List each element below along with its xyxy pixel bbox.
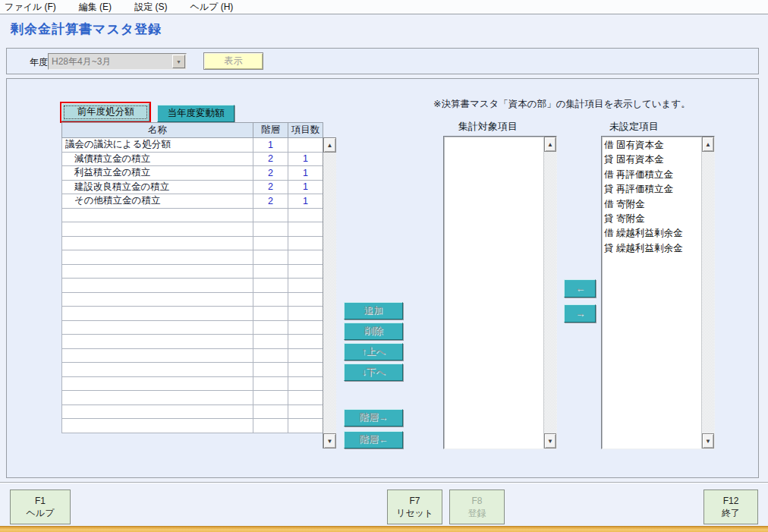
column-header-count: 項目数 [288, 123, 323, 138]
cell-name [62, 391, 253, 405]
table-row-empty[interactable] [62, 307, 323, 321]
cell-level [253, 222, 288, 237]
scroll-down-icon[interactable]: ▼ [544, 433, 556, 449]
cell-level [253, 363, 288, 377]
delete-button[interactable]: 削除 [344, 323, 403, 340]
f12-button[interactable]: F12終了 [703, 490, 758, 524]
unset-items-listbox[interactable]: 借 固有資本金貸 固有資本金借 再評価積立金貸 再評価積立金借 寄附金貸 寄附金… [601, 136, 715, 449]
table-row-empty[interactable] [62, 419, 323, 433]
cell-count [288, 419, 323, 433]
list-item[interactable]: 貸 固有資本金 [604, 153, 701, 167]
table-row-empty[interactable] [62, 292, 323, 307]
cell-count: 1 [288, 180, 323, 194]
table-row[interactable]: 議会の議決による処分額1 [62, 138, 323, 153]
target-items-listbox[interactable]: ▲ ▼ [443, 136, 557, 449]
menu-bar: ファイル (F)編集 (E)設定 (S)ヘルプ (H) [0, 0, 768, 14]
move-up-button[interactable]: ↑上へ [344, 343, 403, 360]
target-list-scrollbar[interactable]: ▲ ▼ [543, 137, 556, 449]
year-dropdown[interactable]: H28年4月~3月 ▼ [48, 53, 187, 70]
table-row-empty[interactable] [62, 405, 323, 419]
cell-count [288, 250, 323, 265]
add-button[interactable]: 追加 [344, 302, 403, 320]
cell-count: 1 [288, 166, 323, 181]
table-header-row: 名称 階層 項目数 [62, 123, 323, 138]
scroll-down-icon[interactable]: ▼ [323, 433, 336, 449]
list-item[interactable]: 借 寄附金 [604, 197, 701, 212]
cell-count [288, 391, 323, 405]
cell-level: 2 [253, 166, 288, 181]
list-item[interactable]: 借 固有資本金 [604, 138, 701, 153]
table-row-empty[interactable] [62, 236, 323, 250]
f1-button[interactable]: F1ヘルプ [10, 490, 71, 524]
cell-name [62, 292, 253, 307]
tab-current-year-change[interactable]: 当年度変動額 [157, 105, 234, 122]
unset-items-label: 未設定項目 [609, 120, 659, 134]
scroll-down-icon[interactable]: ▼ [702, 433, 714, 449]
cell-level: 2 [253, 194, 288, 209]
main-panel: 前年度処分額 当年度変動額 名称 階層 項目数 議会の議決による処分額1減債積立… [6, 78, 759, 478]
table-scrollbar[interactable]: ▲ ▼ [323, 137, 336, 449]
cell-name [62, 208, 253, 222]
cell-count: 1 [288, 152, 323, 166]
cell-name [62, 320, 253, 335]
chevron-down-icon[interactable]: ▼ [172, 55, 185, 68]
menu-item[interactable]: 編集 (E) [79, 1, 112, 14]
cell-level: 1 [253, 138, 288, 153]
menu-item[interactable]: ファイル (F) [5, 1, 56, 14]
cell-count [288, 405, 323, 419]
table-row-empty[interactable] [62, 222, 323, 237]
cell-level [253, 264, 288, 279]
cell-count [288, 236, 323, 250]
level-left-button[interactable]: 階層← [344, 431, 403, 449]
selected-tab-highlight: 前年度処分額 [60, 102, 151, 123]
move-item-left-button[interactable]: ← [564, 279, 596, 297]
cell-count [288, 320, 323, 335]
table-row-empty[interactable] [62, 348, 323, 363]
cell-name [62, 405, 253, 419]
cell-level [253, 279, 288, 293]
list-item[interactable]: 借 繰越利益剰余金 [604, 226, 701, 241]
cell-count [288, 335, 323, 349]
cell-count [288, 208, 323, 222]
table-row-empty[interactable] [62, 363, 323, 377]
table-row[interactable]: 利益積立金の積立21 [62, 166, 323, 181]
cell-name [62, 264, 253, 279]
unset-list-scrollbar[interactable]: ▲ ▼ [701, 137, 714, 449]
table-row-empty[interactable] [62, 250, 323, 265]
menu-item[interactable]: 設定 (S) [134, 1, 167, 14]
table-row-empty[interactable] [62, 320, 323, 335]
column-header-name: 名称 [62, 123, 253, 138]
cell-name: 利益積立金の積立 [62, 166, 253, 181]
table-row-empty[interactable] [62, 208, 323, 222]
cell-name: 議会の議決による処分額 [62, 138, 253, 153]
scroll-up-icon[interactable]: ▲ [702, 137, 714, 152]
cell-count [288, 348, 323, 363]
table-row-empty[interactable] [62, 376, 323, 391]
list-item[interactable]: 貸 繰越利益剰余金 [604, 241, 701, 256]
year-dropdown-value: H28年4月~3月 [49, 55, 172, 68]
list-item[interactable]: 貸 再評価積立金 [604, 182, 701, 197]
cell-level [253, 376, 288, 391]
move-item-right-button[interactable]: → [564, 304, 596, 323]
list-item[interactable]: 借 再評価積立金 [604, 168, 701, 182]
table-row-empty[interactable] [62, 279, 323, 293]
table-row[interactable]: 建設改良積立金の積立21 [62, 180, 323, 194]
table-row-empty[interactable] [62, 335, 323, 349]
table-row-empty[interactable] [62, 264, 323, 279]
show-button[interactable]: 表示 [203, 52, 263, 70]
tab-prev-year-disposal[interactable]: 前年度処分額 [61, 103, 150, 121]
move-down-button[interactable]: ↓下へ [344, 364, 403, 381]
level-right-button[interactable]: 階層→ [344, 409, 403, 427]
cell-count [288, 138, 323, 153]
table-row[interactable]: 減債積立金の積立21 [62, 152, 323, 166]
cell-name [62, 307, 253, 321]
scroll-up-icon[interactable]: ▲ [544, 137, 556, 152]
list-item[interactable]: 貸 寄附金 [604, 212, 701, 226]
cell-count [288, 307, 323, 321]
table-row-empty[interactable] [62, 391, 323, 405]
menu-item[interactable]: ヘルプ (H) [190, 1, 233, 14]
scroll-up-icon[interactable]: ▲ [323, 137, 336, 153]
f7-button[interactable]: F7リセット [387, 490, 442, 524]
f8-button[interactable]: F8登録 [449, 490, 505, 524]
table-row[interactable]: その他積立金の積立21 [62, 194, 323, 209]
